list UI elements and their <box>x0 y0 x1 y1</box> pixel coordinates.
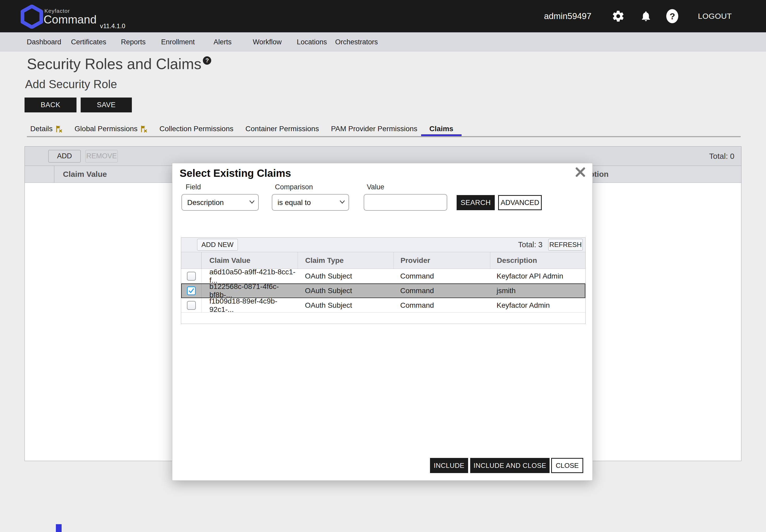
existing-claims-total: Total: 3 <box>518 240 543 249</box>
help-icon[interactable]: ? <box>666 9 679 24</box>
settings-gear-icon[interactable] <box>612 10 625 23</box>
nav-item-workflow[interactable]: Workflow <box>245 38 290 46</box>
cell-claim-value: b122568c-0871-4f6c-bf8b-... <box>202 283 298 298</box>
main-nav: Dashboard Certificates Reports Enrollmen… <box>0 32 766 52</box>
tab-pam-provider-permissions[interactable]: PAM Provider Permissions <box>331 125 417 133</box>
tab-container-permissions[interactable]: Container Permissions <box>246 125 319 133</box>
notifications-bell-icon[interactable] <box>640 10 652 23</box>
col-provider[interactable]: Provider <box>393 252 490 269</box>
cell-provider: Command <box>393 269 490 283</box>
claims-total-count: Total: 0 <box>709 152 734 161</box>
page-subtitle: Add Security Role <box>25 78 117 91</box>
username: admin59497 <box>544 11 592 21</box>
refresh-button[interactable]: REFRESH <box>548 239 583 251</box>
nav-item-reports[interactable]: Reports <box>111 38 155 46</box>
value-input[interactable] <box>364 194 447 211</box>
topbar: Keyfactor Command v11.4.1.0 admin59497 ?… <box>0 0 766 32</box>
row-checkbox[interactable] <box>187 301 196 310</box>
tab-details[interactable]: Details <box>30 125 63 133</box>
col-claim-type[interactable]: Claim Type <box>298 252 393 269</box>
existing-claims-toolbar: ADD NEW Total: 3 REFRESH <box>181 238 585 252</box>
remove-claim-button: REMOVE <box>85 150 118 162</box>
cell-description: Keyfactor Admin <box>490 298 585 312</box>
save-button[interactable]: SAVE <box>81 98 132 112</box>
help-glyph: ? <box>670 11 675 21</box>
keyfactor-logo-icon <box>20 5 43 29</box>
field-select[interactable]: Description <box>181 194 259 211</box>
existing-claims-header: Claim Value Claim Type Provider Descript… <box>181 252 585 269</box>
col-description[interactable]: Description <box>490 252 585 269</box>
table-row[interactable]: b122568c-0871-4f6c-bf8b-... OAuth Subjec… <box>181 283 585 298</box>
claims-checkbox-column <box>25 166 54 183</box>
role-tabs: Details Global Permissions Collection Pe… <box>30 122 453 136</box>
table-row[interactable]: a6d10a50-a9ff-421b-8cc1-f... OAuth Subje… <box>181 269 585 283</box>
header-checkbox-column <box>181 252 202 269</box>
bottom-left-blue-mark <box>56 524 62 532</box>
table-footer-strip <box>181 313 585 324</box>
add-new-button[interactable]: ADD NEW <box>197 239 238 251</box>
include-and-close-button[interactable]: INCLUDE AND CLOSE <box>470 458 549 473</box>
claims-col-claim-value[interactable]: Claim Value <box>54 170 107 179</box>
tab-collection-permissions[interactable]: Collection Permissions <box>159 125 234 133</box>
nav-item-alerts[interactable]: Alerts <box>200 38 245 46</box>
cell-claim-type: OAuth Subject <box>298 269 393 283</box>
cell-claim-value: a6d10a50-a9ff-421b-8cc1-f... <box>202 269 298 283</box>
validation-flag-icon <box>140 125 147 133</box>
back-button[interactable]: BACK <box>25 98 76 112</box>
field-label: Field <box>185 183 201 191</box>
include-button[interactable]: INCLUDE <box>430 458 468 473</box>
cell-description: jsmith <box>490 283 585 298</box>
nav-item-enrollment[interactable]: Enrollment <box>155 38 200 46</box>
cell-claim-type: OAuth Subject <box>298 298 393 312</box>
validation-flag-icon <box>55 125 63 133</box>
cell-claim-type: OAuth Subject <box>298 283 393 298</box>
brand-command: Command <box>44 13 97 26</box>
cell-description: Keyfactor API Admin <box>490 269 585 283</box>
close-icon[interactable] <box>575 167 586 177</box>
search-button[interactable]: SEARCH <box>457 195 495 210</box>
cell-claim-value: f1b09d18-89ef-4c9b-92c1-... <box>202 298 298 312</box>
table-row[interactable]: f1b09d18-89ef-4c9b-92c1-... OAuth Subjec… <box>181 298 585 313</box>
nav-item-locations[interactable]: Locations <box>290 38 334 46</box>
comparison-select[interactable]: is equal to <box>272 194 349 211</box>
cell-provider: Command <box>393 283 490 298</box>
page-title: Security Roles and Claims? <box>27 55 211 72</box>
tab-claims[interactable]: Claims <box>429 125 453 133</box>
nav-item-certificates[interactable]: Certificates <box>66 38 111 46</box>
nav-item-dashboard[interactable]: Dashboard <box>22 38 66 46</box>
select-existing-claims-modal: Select Existing Claims Field Comparison … <box>172 163 593 481</box>
logout-button[interactable]: LOGOUT <box>698 12 732 21</box>
page-help-icon[interactable]: ? <box>203 56 211 65</box>
row-checkbox[interactable] <box>187 272 196 281</box>
app-version: v11.4.1.0 <box>100 22 125 30</box>
existing-claims-table: ADD NEW Total: 3 REFRESH Claim Value Cla… <box>181 237 586 324</box>
cell-provider: Command <box>393 298 490 312</box>
value-label: Value <box>367 183 384 191</box>
row-checkbox[interactable] <box>187 286 196 295</box>
nav-item-orchestrators[interactable]: Orchestrators <box>334 38 379 46</box>
modal-title: Select Existing Claims <box>179 167 291 179</box>
tab-global-permissions[interactable]: Global Permissions <box>75 125 147 133</box>
tab-divider <box>27 136 741 137</box>
col-claim-value[interactable]: Claim Value <box>202 252 298 269</box>
advanced-button[interactable]: ADVANCED <box>498 195 542 210</box>
comparison-label: Comparison <box>275 183 313 191</box>
add-claim-button[interactable]: ADD <box>48 150 81 162</box>
close-button[interactable]: CLOSE <box>551 458 583 473</box>
